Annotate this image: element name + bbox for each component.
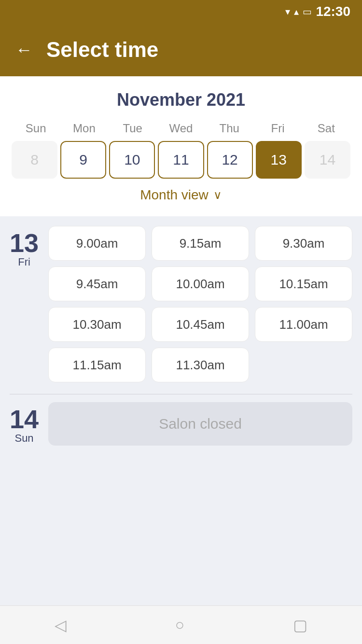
date-weekday-13: Fri	[18, 256, 30, 268]
day-13[interactable]: 13	[256, 141, 302, 179]
page-title: Select time	[46, 38, 158, 62]
time-slot-930am[interactable]: 9.30am	[255, 226, 352, 261]
month-view-toggle[interactable]: Month view ∨	[12, 179, 350, 207]
time-slots-section: 13 Fri 9.00am 9.15am 9.30am 9.45am 10.00…	[0, 216, 362, 605]
time-slot-1000am[interactable]: 10.00am	[152, 266, 249, 301]
day-header-fri: Fri	[253, 122, 302, 135]
day-10[interactable]: 10	[109, 141, 155, 179]
section-divider	[10, 394, 352, 394]
day-14: 14	[305, 141, 350, 179]
day-header-sun: Sun	[12, 122, 60, 135]
home-nav-icon[interactable]: ○	[175, 616, 184, 634]
month-year-title: November 2021	[12, 90, 350, 110]
status-icons: ▾ ▴ ▭ 12:30	[285, 4, 350, 19]
status-time: 12:30	[316, 4, 350, 19]
recent-nav-icon[interactable]: ▢	[293, 616, 307, 634]
wifi-icon: ▾	[285, 6, 290, 17]
day-header-tue: Tue	[109, 122, 157, 135]
date-block-14: 14 Sun Salon closed	[10, 402, 352, 446]
time-slots-grid-13: 9.00am 9.15am 9.30am 9.45am 10.00am 10.1…	[48, 226, 352, 382]
day-header-thu: Thu	[205, 122, 253, 135]
time-slot-1100am[interactable]: 11.00am	[255, 307, 352, 342]
time-slot-915am[interactable]: 9.15am	[152, 226, 249, 261]
bottom-nav: ◁ ○ ▢	[0, 605, 362, 644]
date-number-14: 14	[10, 406, 39, 432]
day-12[interactable]: 12	[207, 141, 253, 179]
calendar-section: November 2021 Sun Mon Tue Wed Thu Fri Sa…	[0, 76, 362, 216]
month-view-label: Month view	[140, 187, 209, 203]
date-weekday-14: Sun	[14, 432, 33, 445]
time-slot-900am[interactable]: 9.00am	[48, 226, 146, 261]
date-block-13: 13 Fri 9.00am 9.15am 9.30am 9.45am 10.00…	[10, 226, 352, 382]
day-headers: Sun Mon Tue Wed Thu Fri Sat	[12, 122, 350, 135]
time-slot-1130am[interactable]: 11.30am	[152, 348, 249, 382]
signal-icon: ▴	[294, 6, 299, 17]
battery-icon: ▭	[303, 6, 312, 17]
day-header-sat: Sat	[302, 122, 350, 135]
time-slot-1015am[interactable]: 10.15am	[255, 266, 352, 301]
header: ← Select time	[0, 23, 362, 76]
date-label-13: 13 Fri	[10, 226, 39, 382]
calendar-days: 8 9 10 11 12 13 14	[12, 141, 350, 179]
day-11[interactable]: 11	[158, 141, 204, 179]
salon-closed-card: Salon closed	[48, 402, 352, 446]
time-slot-1030am[interactable]: 10.30am	[48, 307, 146, 342]
time-slot-1115am[interactable]: 11.15am	[48, 348, 146, 382]
back-button[interactable]: ←	[15, 40, 33, 60]
time-slot-945am[interactable]: 9.45am	[48, 266, 146, 301]
back-nav-icon[interactable]: ◁	[55, 616, 67, 634]
date-number-13: 13	[10, 230, 39, 256]
status-bar: ▾ ▴ ▭ 12:30	[0, 0, 362, 23]
day-8: 8	[12, 141, 57, 179]
day-9[interactable]: 9	[60, 141, 106, 179]
day-header-wed: Wed	[157, 122, 205, 135]
time-slot-1045am[interactable]: 10.45am	[152, 307, 249, 342]
chevron-down-icon: ∨	[213, 188, 222, 202]
date-label-14: 14 Sun	[10, 402, 39, 445]
day-header-mon: Mon	[60, 122, 108, 135]
